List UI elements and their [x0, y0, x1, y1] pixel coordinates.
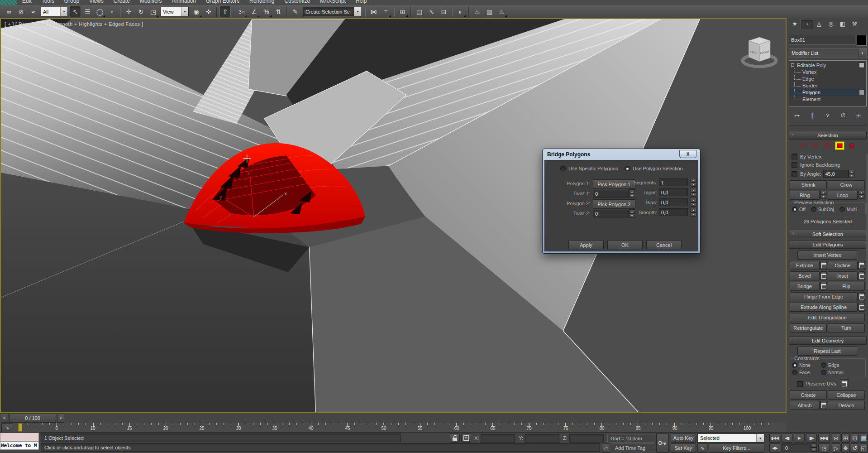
z-coordinate-field[interactable]: [569, 434, 604, 443]
stack-item-vertex[interactable]: Vertex: [789, 68, 866, 75]
attach-button[interactable]: Attach: [790, 401, 820, 410]
menu-create[interactable]: Create: [109, 0, 135, 5]
zoom-extents-icon[interactable]: ⊡: [851, 434, 859, 443]
preserve-uvs-settings-button[interactable]: [840, 379, 849, 388]
tab-motion-icon[interactable]: ◎: [825, 19, 837, 29]
by-vertex-checkbox[interactable]: [792, 154, 797, 159]
preview-multi-radio[interactable]: [839, 207, 845, 212]
grow-button[interactable]: Grow: [828, 180, 865, 189]
repeat-last-button[interactable]: Repeat Last: [797, 347, 857, 356]
hinge-settings-button[interactable]: [858, 292, 865, 301]
schematic-view-icon[interactable]: ⊟: [438, 6, 449, 17]
inset-button[interactable]: Inset: [828, 271, 858, 280]
selection-lock-icon[interactable]: [450, 434, 460, 443]
frame-spinner[interactable]: ▴▾: [811, 443, 817, 452]
y-coordinate-field[interactable]: [525, 434, 559, 443]
segments-field[interactable]: 1: [659, 178, 688, 186]
window-crossing-icon[interactable]: ▫: [106, 6, 118, 17]
named-selection-sets-combo[interactable]: Create Selection Se ▾: [303, 7, 362, 16]
set-key-button[interactable]: Set Key: [671, 443, 696, 453]
rendered-frame-window-icon[interactable]: ▦: [484, 6, 495, 17]
current-frame-marker[interactable]: [18, 423, 22, 432]
pan-view-icon[interactable]: ✥: [841, 443, 850, 453]
insert-vertex-button[interactable]: Insert Vertex: [797, 251, 857, 260]
rollout-edit-polygons[interactable]: - Edit Polygons: [789, 240, 867, 249]
bridge-settings-button[interactable]: [820, 282, 827, 291]
percent-snap-icon[interactable]: %: [261, 6, 272, 17]
tab-hierarchy-icon[interactable]: ◬: [813, 19, 825, 29]
menu-views[interactable]: Views: [84, 0, 109, 5]
rollout-selection[interactable]: - Selection: [789, 131, 867, 140]
stack-item-border[interactable]: Border: [789, 82, 866, 89]
preview-off-radio[interactable]: [792, 207, 797, 212]
outline-button[interactable]: Outline: [828, 261, 858, 270]
maxscript-mini-listener[interactable]: Welcome to M: [0, 441, 39, 450]
ring-button[interactable]: Ring: [790, 191, 820, 200]
edit-named-selection-sets-icon[interactable]: ✎: [290, 6, 301, 17]
tab-utilities-icon[interactable]: ⚒: [849, 19, 860, 29]
material-editor-icon[interactable]: ◐: [455, 6, 466, 17]
unlink-selection-icon[interactable]: ⊘: [15, 6, 27, 17]
configure-modifier-sets-icon[interactable]: ⊞: [853, 111, 864, 120]
stack-item-element[interactable]: Element: [789, 96, 866, 102]
chevron-down-icon[interactable]: ▾: [354, 7, 361, 16]
menu-group[interactable]: Group: [59, 0, 84, 5]
select-and-scale-icon[interactable]: ◳: [148, 6, 159, 17]
taper-spinner[interactable]: ▴▾: [691, 188, 696, 197]
add-time-tag[interactable]: Add Time Tag: [612, 443, 654, 452]
key-filter-curve-icon[interactable]: ∿: [697, 443, 707, 453]
bridge-polygons-dialog[interactable]: Bridge Polygons X Use Specific Polygons …: [542, 149, 701, 254]
pin-stack-icon[interactable]: ⊶: [792, 111, 802, 120]
zoom-icon[interactable]: ⊛: [832, 434, 840, 443]
ring-spinner[interactable]: ▴▾: [820, 191, 826, 199]
extrude-settings-button[interactable]: [820, 261, 827, 270]
smooth-field[interactable]: 0,0: [659, 208, 688, 216]
preserve-uvs-checkbox[interactable]: [797, 381, 803, 387]
twist2-field[interactable]: 0: [593, 210, 629, 217]
zoom-all-icon[interactable]: ⊞: [841, 434, 850, 443]
menu-tools[interactable]: Tools: [37, 0, 59, 5]
selection-region-icon[interactable]: ◯: [94, 6, 105, 17]
bevel-button[interactable]: Bevel: [790, 271, 820, 280]
application-button[interactable]: [0, 0, 17, 5]
menu-modifiers[interactable]: Modifiers: [135, 0, 167, 5]
select-by-name-icon[interactable]: ☰: [82, 6, 93, 17]
spinner-snap-icon[interactable]: ⇅: [273, 6, 284, 17]
select-and-rotate-icon[interactable]: ↻: [135, 6, 147, 17]
angle-snap-icon[interactable]: ∠: [248, 6, 260, 17]
bridge-button[interactable]: Bridge: [790, 282, 820, 291]
taper-field[interactable]: 0,0: [659, 188, 688, 196]
tab-display-icon[interactable]: ◧: [837, 19, 849, 29]
create-button[interactable]: Create: [790, 390, 827, 400]
stack-item-edge[interactable]: Edge: [789, 75, 866, 82]
auto-key-button[interactable]: Auto Key: [671, 434, 696, 443]
render-setup-icon[interactable]: ♨: [472, 6, 483, 17]
use-pivot-point-center-icon[interactable]: ◉: [191, 6, 202, 17]
chevron-down-icon[interactable]: ▾: [756, 434, 764, 442]
bind-to-space-warp-icon[interactable]: ≈: [28, 6, 39, 17]
time-configuration-icon[interactable]: ◷: [818, 443, 830, 453]
constraint-edge-radio[interactable]: [821, 362, 826, 368]
by-angle-spinner[interactable]: ▴▾: [849, 170, 854, 178]
timeline-ruler[interactable]: 0 5 10 15 20 25 30 35 40 45 50 55 60 65 …: [15, 423, 776, 432]
inset-settings-button[interactable]: [858, 271, 865, 280]
align-icon[interactable]: ≡: [380, 6, 391, 17]
go-to-start-icon[interactable]: ▮◀◀: [769, 434, 780, 443]
selection-set-combo[interactable]: Selected ▾: [697, 434, 764, 443]
selection-filter-combo[interactable]: All ▾: [41, 7, 68, 16]
smooth-spinner[interactable]: ▴▾: [691, 208, 696, 217]
tab-create-icon[interactable]: ★: [789, 19, 801, 29]
chevron-down-icon[interactable]: ▾: [60, 7, 67, 16]
ok-button[interactable]: OK: [607, 240, 643, 250]
apply-button[interactable]: Apply: [568, 240, 604, 250]
walk-through-icon[interactable]: ▷: [832, 443, 840, 453]
menu-customize[interactable]: Customize: [279, 0, 315, 5]
loop-button[interactable]: Loop: [828, 191, 858, 200]
snaps-toggle-icon[interactable]: 3∩: [236, 6, 248, 17]
reference-coordinate-combo[interactable]: View ▾: [161, 7, 189, 16]
set-keys-button[interactable]: [656, 434, 669, 453]
dialog-title[interactable]: Bridge Polygons: [543, 149, 700, 160]
menu-edit[interactable]: Edit: [17, 0, 37, 5]
vertex-mode-icon[interactable]: [800, 141, 808, 149]
menu-help[interactable]: Help: [351, 0, 372, 5]
